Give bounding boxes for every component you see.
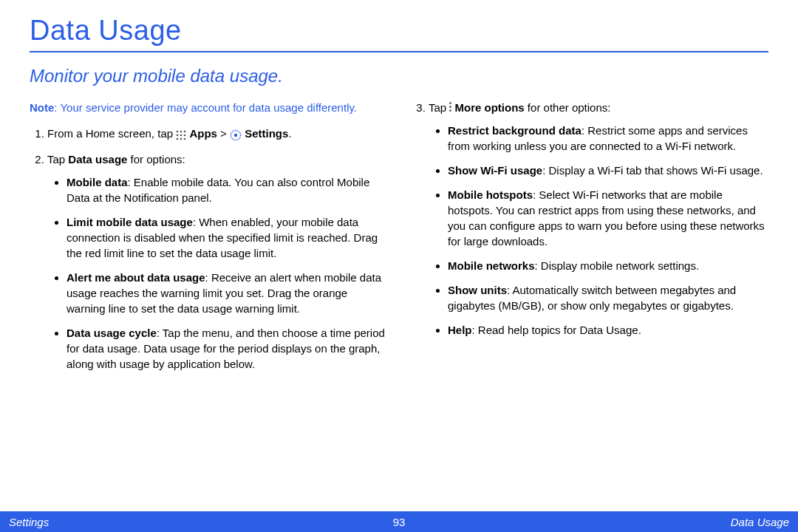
list-item: Show Wi-Fi usage: Display a Wi-Fi tab th… (448, 163, 768, 178)
step1-pre: From a Home screen, tap (47, 127, 176, 140)
svg-point-4 (180, 134, 183, 136)
more-options-icon (449, 100, 451, 113)
svg-point-7 (180, 137, 183, 140)
item-rest: : Display mobile network settings. (535, 259, 700, 272)
step-2: Tap Data usage for options: Mobile data:… (47, 151, 387, 372)
step-1: From a Home screen, tap Apps > (47, 126, 387, 143)
item-bold: Mobile data (66, 176, 128, 188)
page: Data Usage Monitor your mobile data usag… (0, 0, 798, 532)
list-item: Mobile networks: Display mobile network … (448, 258, 768, 273)
list-item: Data usage cycle: Tap the menu, and then… (66, 325, 387, 372)
item-bold: Limit mobile data usage (66, 216, 193, 228)
item-bold: Mobile networks (448, 259, 535, 272)
step2-post: for options: (127, 153, 185, 166)
item-bold: Show Wi-Fi usage (448, 164, 542, 177)
footer-page-number: 93 (393, 516, 406, 528)
svg-point-5 (184, 134, 186, 136)
svg-point-8 (184, 137, 186, 140)
note-label: Note (30, 101, 54, 114)
list-item: Alert me about data usage: Receive an al… (66, 270, 387, 316)
item-bold: Alert me about data usage (66, 271, 205, 284)
step3-bold: More options (455, 101, 525, 114)
svg-point-3 (177, 134, 179, 136)
steps-list-right: Tap More options for other options: Rest… (411, 100, 768, 338)
item-rest: : Read help topics for Data Usage. (472, 324, 641, 336)
step3-sublist: Restrict background data: Restrict some … (429, 123, 768, 338)
list-item: Restrict background data: Restrict some … (448, 123, 768, 154)
item-bold: Show units (448, 284, 507, 296)
item-bold: Restrict background data (448, 124, 582, 137)
svg-point-10 (234, 133, 237, 136)
step2-bold: Data usage (68, 153, 127, 166)
footer-right: Data Usage (731, 516, 789, 528)
note-body: : Your service provider may account for … (54, 101, 357, 114)
left-column: Note: Your service provider may account … (30, 100, 387, 381)
step1-settings: Settings (245, 127, 288, 140)
page-footer: Settings 93 Data Usage (0, 511, 798, 532)
item-bold: Help (448, 324, 472, 336)
step1-end: . (288, 127, 291, 140)
apps-icon (176, 127, 186, 143)
list-item: Show units: Automatically switch between… (448, 282, 768, 313)
content-columns: Note: Your service provider may account … (30, 100, 768, 381)
step1-gt: > (220, 127, 230, 140)
step2-sublist: Mobile data: Enable mobile data. You can… (47, 174, 387, 372)
item-bold: Data usage cycle (66, 327, 157, 339)
item-bold: Mobile hotspots (448, 188, 533, 201)
page-subtitle: Monitor your mobile data usage. (30, 66, 768, 86)
step3-post: for other options: (525, 101, 611, 114)
steps-list-left: From a Home screen, tap Apps > (30, 126, 387, 372)
svg-point-2 (184, 130, 186, 132)
item-rest: : Display a Wi-Fi tab that shows Wi-Fi u… (542, 164, 763, 177)
svg-point-1 (180, 130, 183, 132)
step2-pre: Tap (47, 153, 68, 166)
note-text: Note: Your service provider may account … (30, 100, 387, 115)
settings-icon (230, 127, 242, 143)
svg-point-0 (177, 130, 179, 132)
page-title: Data Usage (30, 15, 768, 52)
step3-pre: Tap (429, 101, 449, 114)
list-item: Limit mobile data usage: When enabled, y… (66, 214, 387, 261)
footer-left: Settings (9, 516, 49, 528)
step-3: Tap More options for other options: Rest… (429, 100, 768, 338)
list-item: Help: Read help topics for Data Usage. (448, 322, 768, 338)
list-item: Mobile data: Enable mobile data. You can… (66, 174, 387, 205)
list-item: Mobile hotspots: Select Wi-Fi networks t… (448, 187, 768, 249)
right-column: Tap More options for other options: Rest… (411, 100, 768, 381)
svg-point-6 (177, 137, 179, 140)
step1-apps: Apps (189, 127, 217, 140)
